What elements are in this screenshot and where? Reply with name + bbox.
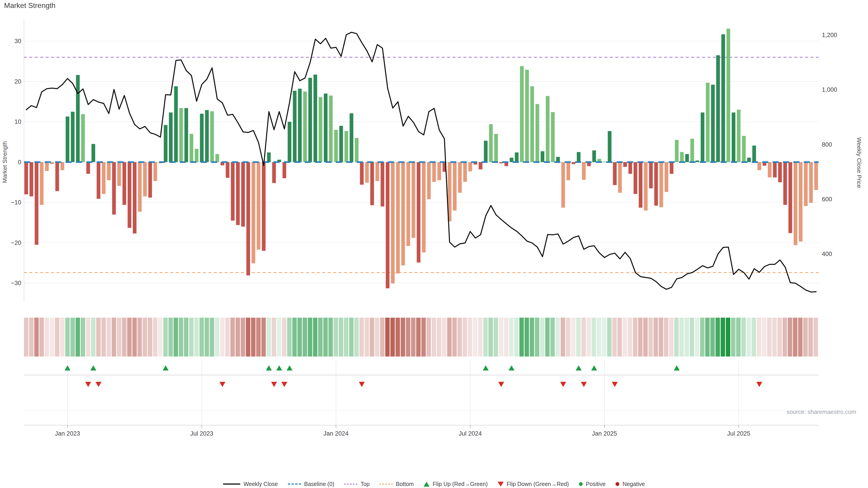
flip-down-markers	[85, 382, 762, 387]
market-strength-dashboard: Market Strength 3020100−10−20−301,2001,0…	[0, 0, 868, 488]
legend-item-positive[interactable]: Positive	[579, 481, 606, 487]
legend-item-flip-down-green-red[interactable]: Flip Down (Green→Red)	[498, 481, 569, 487]
svg-text:Jan 2025: Jan 2025	[592, 430, 617, 437]
svg-text:Jul 2024: Jul 2024	[459, 430, 482, 437]
dot-swatch-icon	[344, 484, 358, 485]
legend-item-label: Negative	[622, 481, 645, 487]
marker-subplot-grid	[24, 360, 819, 428]
legend: Weekly CloseBaseline (0)TopBottomFlip Up…	[0, 481, 868, 487]
svg-text:600: 600	[822, 196, 832, 203]
svg-text:Jul 2023: Jul 2023	[190, 430, 213, 437]
source-text: source: sharemaestro.com	[786, 409, 856, 415]
legend-item-bottom[interactable]: Bottom	[379, 481, 414, 487]
svg-text:1,200: 1,200	[822, 32, 837, 38]
svg-text:1,000: 1,000	[822, 86, 837, 93]
legend-item-top[interactable]: Top	[344, 481, 370, 487]
left-axis-title: Market Strength	[1, 141, 8, 183]
chart-canvas: 3020100−10−20−301,2001,000800600400Marke…	[0, 0, 868, 454]
right-axis-ticks: 1,2001,000800600400	[822, 32, 837, 257]
legend-item-label: Top	[361, 481, 370, 487]
svg-text:−10: −10	[11, 199, 21, 206]
legend-item-weekly-close[interactable]: Weekly Close	[223, 481, 278, 487]
line-swatch-icon	[223, 484, 240, 485]
flip-up-markers	[65, 365, 680, 370]
legend-item-baseline-0[interactable]: Baseline (0)	[288, 481, 334, 487]
legend-item-label: Flip Down (Green→Red)	[507, 481, 569, 487]
svg-text:30: 30	[14, 38, 21, 44]
svg-text:Jul 2025: Jul 2025	[727, 430, 750, 437]
legend-item-label: Bottom	[396, 481, 414, 487]
x-axis-ticks: Jan 2023Jul 2023Jan 2024Jul 2024Jan 2025…	[55, 430, 750, 437]
svg-text:Jan 2023: Jan 2023	[55, 430, 80, 437]
svg-text:400: 400	[822, 251, 832, 257]
right-axis-title: Weekly Close Price	[856, 137, 863, 188]
strength-bars	[24, 29, 818, 289]
legend-item-label: Baseline (0)	[304, 481, 334, 487]
legend-item-label: Positive	[586, 481, 606, 487]
strength-heatmap-strip	[24, 318, 818, 357]
flip-down-icon	[498, 482, 504, 487]
legend-item-label: Weekly Close	[243, 481, 278, 487]
legend-item-label: Flip Up (Red→Green)	[433, 481, 488, 487]
left-axis-ticks: 3020100−10−20−30	[11, 38, 21, 287]
dot-swatch-icon	[379, 484, 393, 485]
svg-text:0: 0	[18, 159, 21, 166]
circle-swatch-icon	[616, 482, 619, 486]
dash-swatch-icon	[288, 484, 301, 485]
svg-text:Jan 2024: Jan 2024	[323, 430, 348, 437]
legend-item-flip-up-red-green[interactable]: Flip Up (Red→Green)	[424, 481, 488, 487]
legend-item-negative[interactable]: Negative	[616, 481, 645, 487]
svg-text:−30: −30	[11, 280, 21, 287]
circle-swatch-icon	[579, 482, 583, 486]
flip-up-icon	[424, 482, 430, 487]
svg-text:−20: −20	[11, 239, 21, 246]
svg-text:10: 10	[14, 119, 21, 125]
gridlines	[24, 19, 819, 302]
svg-text:20: 20	[14, 78, 21, 85]
svg-text:800: 800	[822, 141, 832, 148]
